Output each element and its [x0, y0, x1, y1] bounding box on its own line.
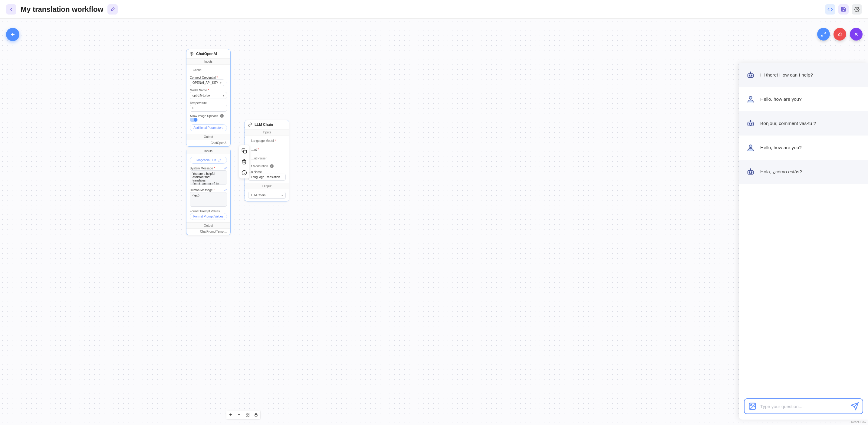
- svg-point-25: [751, 123, 752, 124]
- node-output-label: Output: [186, 222, 230, 229]
- topbar-left: My translation workflow: [6, 4, 118, 14]
- expand-system-icon[interactable]: ⤢: [224, 166, 227, 170]
- bot-avatar-icon: [746, 168, 755, 176]
- node-llm-chain[interactable]: LLM Chain Inputs Language Model * …pt * …: [245, 120, 289, 201]
- node-inputs-label: Inputs: [186, 148, 230, 154]
- settings-button[interactable]: [851, 4, 862, 14]
- code-button[interactable]: [825, 4, 835, 14]
- reactflow-controls: + −: [226, 411, 260, 419]
- chat-message: Hi there! How can I help?: [739, 63, 868, 87]
- chat-message-text: Hello, how are you?: [760, 145, 802, 150]
- gear-icon: [854, 7, 860, 12]
- close-icon: [854, 31, 859, 37]
- svg-point-33: [750, 169, 751, 169]
- language-model-port[interactable]: Language Model *: [248, 138, 286, 144]
- zoom-in-button[interactable]: +: [226, 411, 235, 419]
- format-prompt-button[interactable]: Format Prompt Values: [190, 213, 227, 220]
- close-chat-button[interactable]: [850, 28, 863, 40]
- reactflow-attribution: React Flow: [851, 421, 866, 424]
- moderation-port[interactable]: …t Moderation: [248, 165, 268, 168]
- code-icon: [828, 7, 833, 12]
- output-port[interactable]: ChatPromptTempl…: [186, 229, 230, 235]
- topbar-right: [825, 4, 862, 14]
- svg-point-24: [749, 123, 750, 124]
- edit-credential-icon[interactable]: [226, 81, 227, 85]
- chevron-left-icon: [9, 7, 13, 12]
- user-avatar-icon: [746, 95, 755, 103]
- output-port[interactable]: ChatOpenAI: [186, 140, 230, 146]
- svg-point-35: [751, 404, 752, 406]
- edit-title-button[interactable]: [107, 4, 118, 14]
- credential-select[interactable]: OPENAI_API_KEY: [190, 79, 224, 86]
- trash-icon[interactable]: [242, 159, 247, 165]
- prompt-port[interactable]: …pt *: [248, 147, 286, 153]
- user-avatar-icon: [746, 143, 755, 152]
- node-action-menu: [239, 145, 249, 178]
- node-header[interactable]: LLM Chain: [245, 120, 289, 129]
- plus-icon: [10, 31, 16, 37]
- bot-avatar-icon: [746, 119, 755, 128]
- chat-text-input[interactable]: [760, 404, 847, 409]
- chat-messages[interactable]: Hi there! How can I help?Hello, how are …: [739, 63, 868, 394]
- node-header[interactable]: ChatOpenAI: [186, 49, 230, 58]
- system-message-input[interactable]: [190, 170, 227, 185]
- info-icon[interactable]: i: [220, 114, 224, 118]
- back-button[interactable]: [6, 4, 17, 14]
- temperature-input[interactable]: [190, 105, 227, 111]
- svg-rect-8: [244, 150, 247, 153]
- node-output-label: Output: [245, 183, 289, 189]
- svg-rect-15: [246, 415, 247, 416]
- info-icon[interactable]: [242, 170, 247, 175]
- info-icon[interactable]: i: [270, 164, 274, 168]
- erase-button[interactable]: [834, 28, 846, 40]
- system-message-label: System Message *: [190, 167, 215, 170]
- node-inputs-label: Inputs: [186, 58, 230, 65]
- node-prompt-template[interactable]: Inputs Langchain Hub System Message * ⤢ …: [186, 148, 230, 235]
- svg-rect-16: [255, 415, 257, 416]
- node-chatopenai[interactable]: ChatOpenAI Inputs Cache Connect Credenti…: [186, 49, 230, 147]
- chat-message-text: Hello, how are you?: [760, 97, 802, 102]
- chat-message: Hola, ¿cómo estás?: [739, 160, 868, 184]
- copy-icon[interactable]: [242, 148, 247, 154]
- svg-rect-14: [248, 415, 249, 416]
- svg-line-4: [822, 35, 823, 36]
- add-node-button[interactable]: [6, 28, 19, 41]
- langchain-hub-button[interactable]: Langchain Hub: [190, 157, 227, 164]
- unlock-icon: [254, 413, 258, 417]
- pencil-icon: [110, 7, 115, 12]
- additional-params-button[interactable]: Additional Parameters: [190, 124, 227, 131]
- model-label: Model Name *: [190, 89, 227, 92]
- chat-message-text: Bonjour, comment vas-tu ?: [760, 121, 816, 126]
- page-title: My translation workflow: [21, 5, 103, 13]
- send-icon[interactable]: [850, 402, 859, 411]
- expand-icon: [821, 31, 826, 37]
- expand-human-icon[interactable]: ⤢: [224, 188, 227, 192]
- save-icon: [841, 7, 846, 12]
- output-parser-port[interactable]: …ut Parser: [248, 156, 286, 162]
- expand-button[interactable]: [817, 28, 830, 40]
- fit-view-button[interactable]: [243, 411, 252, 419]
- chain-output-select[interactable]: LLM Chain: [248, 192, 286, 199]
- save-button[interactable]: [838, 4, 849, 14]
- cache-port[interactable]: Cache: [190, 67, 227, 73]
- human-message-input[interactable]: [190, 192, 227, 206]
- allow-image-label: Allow Image Uploads: [190, 115, 218, 118]
- svg-rect-12: [246, 413, 247, 415]
- allow-image-toggle[interactable]: [190, 118, 198, 122]
- zoom-out-button[interactable]: −: [235, 411, 243, 419]
- chat-message: Hello, how are you?: [739, 135, 868, 160]
- chain-name-input[interactable]: [248, 174, 286, 181]
- chat-message-text: Hola, ¿cómo estás?: [760, 169, 802, 174]
- node-inputs-label: Inputs: [245, 129, 289, 135]
- svg-line-3: [824, 32, 826, 34]
- svg-point-27: [750, 120, 751, 121]
- canvas-toolbar: [817, 28, 863, 40]
- svg-point-19: [751, 75, 752, 76]
- lock-button[interactable]: [252, 411, 260, 419]
- human-message-label: Human Message *: [190, 189, 215, 192]
- flow-canvas[interactable]: ChatOpenAI Inputs Cache Connect Credenti…: [0, 19, 868, 425]
- eraser-icon: [837, 31, 843, 37]
- attach-image-icon[interactable]: [748, 402, 756, 411]
- model-select[interactable]: gpt-3.5-turbo: [190, 92, 227, 99]
- temperature-label: Temperature: [190, 101, 227, 105]
